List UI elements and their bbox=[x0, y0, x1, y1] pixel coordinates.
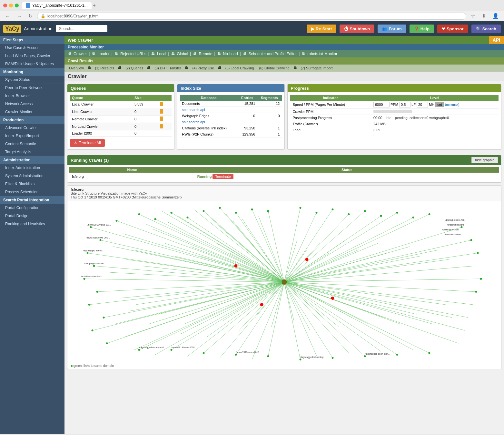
table-row: RWIs (P2P Chunks) 129,956 1 bbox=[180, 131, 282, 137]
svg-point-135 bbox=[171, 212, 173, 214]
api-badge[interactable]: API bbox=[489, 36, 504, 44]
sidebar-item-content-semantic[interactable]: Content Semantic bbox=[0, 140, 64, 148]
solr-link-2[interactable]: solr search api bbox=[182, 120, 205, 124]
svg-point-122 bbox=[90, 226, 92, 228]
subnav-crawler[interactable]: Crawler bbox=[74, 52, 87, 56]
back-button[interactable]: ← bbox=[3, 13, 12, 20]
index-size-panel: Index Size Database Entries Segments bbox=[177, 84, 284, 150]
sidebar-item-system-admin[interactable]: System Administration bbox=[0, 172, 64, 180]
sidebar-item-portal-config[interactable]: Portal Configuration bbox=[0, 204, 64, 212]
svg-line-107 bbox=[284, 250, 359, 282]
subnav-global[interactable]: Global bbox=[177, 52, 188, 56]
sidebar-item-filter-blacklists[interactable]: Filter & Blacklists bbox=[0, 180, 64, 188]
graph-edges bbox=[84, 208, 481, 359]
network-graph-svg: /press/press.nl.html /press/pr.de.html /… bbox=[67, 201, 501, 363]
crawl-tab-receipts[interactable]: (1) Receipts bbox=[94, 66, 115, 71]
sidebar-item-portal-design[interactable]: Portal Design bbox=[0, 212, 64, 220]
crawl-tab-queries[interactable]: (2) Queries bbox=[124, 66, 144, 71]
sidebar-section-title-first-steps[interactable]: First Steps bbox=[0, 36, 64, 44]
subnav-rejected[interactable]: Rejected URLs bbox=[120, 52, 146, 56]
maximize-window-dot[interactable] bbox=[15, 4, 19, 7]
sidebar-item-use-case[interactable]: Use Case & Account bbox=[0, 44, 64, 52]
shutdown-button[interactable]: ⏻ Shutdown bbox=[340, 25, 374, 33]
restart-button[interactable]: ▶ Re-Start bbox=[307, 25, 337, 33]
help-icon: ❓ bbox=[414, 26, 419, 31]
address-bar[interactable]: 🔒 localhost:8090/Crawler_p.html bbox=[37, 13, 466, 20]
mh-input[interactable] bbox=[417, 102, 428, 107]
svg-line-5 bbox=[97, 282, 284, 292]
profile-button[interactable]: 👤 bbox=[490, 12, 501, 20]
solr-link-1[interactable]: solr search api bbox=[182, 108, 205, 112]
svg-point-167 bbox=[305, 258, 309, 261]
sidebar-item-crawler-monitor[interactable]: Crawler Monitor bbox=[0, 108, 64, 116]
subnav-scheduler[interactable]: Scheduler and Profile Editor bbox=[249, 52, 297, 56]
svg-point-156 bbox=[138, 349, 140, 351]
queues-panel-header: Queues bbox=[67, 84, 174, 92]
crawl-tab-overview[interactable]: Overview bbox=[68, 66, 85, 71]
svg-point-152 bbox=[470, 239, 472, 241]
lf-input[interactable] bbox=[399, 102, 410, 107]
header-search-input[interactable] bbox=[56, 25, 107, 32]
subnav-remote[interactable]: Remote bbox=[199, 52, 212, 56]
crawl-tab-surrogate[interactable]: (7) Surrogate Import bbox=[300, 66, 334, 71]
sidebar-section-portal: Search Portal Integration Portal Configu… bbox=[0, 196, 64, 228]
sidebar-item-system-status[interactable]: System Status bbox=[0, 76, 64, 84]
sidebar-section-title-administration[interactable]: Administration bbox=[0, 156, 64, 164]
help-button[interactable]: ❓ Help bbox=[410, 25, 434, 33]
subnav-noload[interactable]: No-Load bbox=[223, 52, 238, 56]
sidebar-item-network-access[interactable]: Network Access bbox=[0, 100, 64, 108]
new-tab-button[interactable]: + bbox=[93, 3, 96, 8]
sidebar-item-target-analysis[interactable]: Target Analysis bbox=[0, 148, 64, 156]
subnav-robots[interactable]: robots.txt Monitor bbox=[307, 52, 337, 56]
minimize-window-dot[interactable] bbox=[9, 4, 13, 7]
search-button[interactable]: 🔍 Search bbox=[471, 25, 501, 33]
download-button[interactable]: ⇓ bbox=[480, 12, 488, 20]
svg-point-157 bbox=[171, 349, 173, 351]
sidebar-item-process-scheduler[interactable]: Process Scheduler bbox=[0, 188, 64, 196]
reload-button[interactable]: ↻ bbox=[26, 12, 35, 20]
svg-point-123 bbox=[100, 239, 102, 241]
svg-line-78 bbox=[133, 250, 284, 282]
ppm-value-input[interactable] bbox=[373, 102, 390, 107]
sidebar-section-title-monitoring[interactable]: Monitoring bbox=[0, 68, 64, 76]
sidebar-item-advanced-crawler[interactable]: Advanced Crawler bbox=[0, 124, 64, 132]
close-window-dot[interactable] bbox=[3, 4, 7, 7]
subnav-local[interactable]: Local bbox=[157, 52, 166, 56]
sidebar-item-index-browser[interactable]: Index Browser bbox=[0, 92, 64, 100]
browser-tab[interactable]: YaCy '_anonxmfe-74101261-1... bbox=[22, 2, 92, 9]
svg-point-150 bbox=[429, 213, 430, 215]
queue-size: 0 bbox=[133, 108, 159, 116]
browser-addressbar: ← → ↻ 🔒 localhost:8090/Crawler_p.html ☆ … bbox=[0, 11, 504, 21]
bookmark-button[interactable]: ☆ bbox=[469, 12, 477, 20]
sidebar-item-ranking[interactable]: Ranking and Heuristics bbox=[0, 220, 64, 228]
svg-point-127 bbox=[96, 291, 98, 293]
progress-panel-header: Progress bbox=[288, 84, 501, 92]
crawl-tab-global[interactable]: (6) Global Crawling bbox=[258, 66, 291, 71]
printer-icon8: 🖶 bbox=[243, 52, 247, 56]
sidebar-item-load-web[interactable]: Load Web Pages, Crawler bbox=[0, 52, 64, 60]
minmax-link[interactable]: (min/max) bbox=[445, 103, 459, 106]
crawl-name: fsfe.org bbox=[69, 173, 195, 180]
sidebar-section-monitoring: Monitoring System Status Peer-to-Peer Ne… bbox=[0, 68, 64, 116]
hide-graphic-button[interactable]: hide graphic bbox=[471, 157, 498, 163]
sponsor-button[interactable]: ❤ Sponsor bbox=[437, 25, 468, 33]
sidebar-item-peer-to-peer[interactable]: Peer-to-Peer Network bbox=[0, 84, 64, 92]
terminate-all-button[interactable]: ⚠ Terminate All bbox=[70, 139, 105, 147]
crawl-tabs: Overview 🖶 (1) Receipts 🖶 (2) Queries 🖶 … bbox=[64, 65, 504, 72]
sidebar-item-index-export[interactable]: Index Export/Import bbox=[0, 132, 64, 140]
sidebar-item-index-admin[interactable]: Index Administration bbox=[0, 164, 64, 172]
forum-button[interactable]: 👥 Forum bbox=[378, 25, 406, 33]
table-row: Limit Crawler 0 bbox=[70, 108, 172, 116]
subnav-loader[interactable]: Loader bbox=[97, 52, 109, 56]
set-button[interactable]: set bbox=[435, 102, 444, 107]
forward-button[interactable]: → bbox=[15, 13, 24, 20]
sidebar-section-title-portal[interactable]: Search Portal Integration bbox=[0, 196, 64, 204]
svg-point-134 bbox=[154, 218, 156, 220]
queue-name: Local Crawler bbox=[70, 101, 133, 108]
sidebar-item-ram-disk[interactable]: RAM/Disk Usage & Updates bbox=[0, 60, 64, 68]
crawl-tab-proxy[interactable]: (4) Proxy Use bbox=[191, 66, 215, 71]
terminate-crawl-button[interactable]: Terminate bbox=[212, 174, 233, 179]
crawl-tab-dht[interactable]: (3) DHT Transfer bbox=[153, 66, 182, 71]
crawl-tab-local[interactable]: (5) Local Crawling bbox=[224, 66, 255, 71]
sidebar-section-title-production[interactable]: Production bbox=[0, 116, 64, 124]
